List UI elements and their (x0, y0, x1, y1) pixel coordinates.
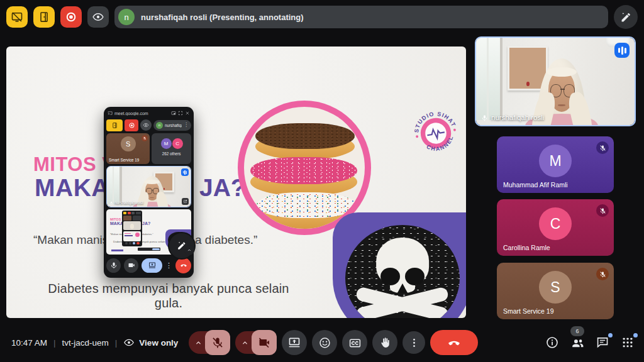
clock: 10:47 AM (11, 338, 47, 348)
door-icon (111, 122, 118, 129)
record-icon (65, 11, 77, 23)
muted-badge (596, 204, 609, 217)
mic-off-icon (599, 145, 606, 151)
pip-menu-dots[interactable]: ⋮ (184, 123, 189, 128)
pip-end-call-button[interactable] (175, 258, 191, 273)
mini-video (123, 221, 141, 230)
meeting-info: 10:47 AM | tvt-jacd-uem | View only (11, 337, 178, 348)
pip-self-video-tile[interactable]: nurshafiqah rosli (106, 166, 191, 207)
chevron-up-icon (241, 339, 249, 347)
video-name-text: nurshafiqah rosli (114, 200, 143, 205)
separator: | (53, 338, 56, 348)
sugar-skull-panel (333, 212, 466, 318)
stop-presenting-button[interactable] (6, 6, 28, 28)
pip-more-options-button[interactable]: ⋮ (165, 262, 172, 269)
camera-control (235, 330, 277, 355)
sugar-skull-photo (345, 225, 460, 318)
grid-icon (621, 336, 635, 349)
activities-button[interactable] (620, 335, 635, 350)
more-options-button[interactable] (402, 331, 425, 354)
pencil-icon (620, 11, 632, 23)
pip-meet-window[interactable]: meet.google.com n nurshafiqa... ⋮ S Smar… (104, 107, 194, 278)
present-icon (288, 336, 301, 349)
pip-url: meet.google.com (114, 111, 169, 116)
annotation-fab-expander[interactable] (184, 245, 194, 255)
mic-off-icon (599, 271, 606, 278)
pip-tile-smart-service[interactable]: S Smart Service 19 (106, 133, 150, 164)
record-button[interactable] (60, 6, 82, 28)
mini-yellow-button (123, 212, 126, 214)
meeting-code: tvt-jacd-uem (62, 338, 109, 348)
pip-camera-button[interactable] (124, 258, 138, 273)
pip-leave-room-button[interactable] (106, 119, 123, 131)
self-name-label: nurshafiqah rosli (481, 114, 544, 121)
pip-participant-tiles: S Smart Service 19 M C 262 others (106, 133, 191, 164)
donut-frosting (257, 192, 356, 218)
present-button[interactable] (282, 330, 307, 355)
chat-icon (596, 336, 609, 349)
panel-buttons: 6 (545, 335, 635, 350)
chat-panel-button[interactable] (595, 335, 610, 350)
eye-icon (143, 122, 149, 128)
presenter-banner: n nurshafiqah rosli (Presenting, annotat… (114, 6, 608, 28)
avatar: S (539, 271, 572, 304)
slide-quote-left: “Makan manis (33, 233, 108, 247)
pip-toolbar: n nurshafiqa... ⋮ (106, 119, 191, 131)
eye-icon (92, 11, 104, 23)
expand-icon[interactable] (178, 111, 183, 116)
self-video-tile[interactable]: nurshafiqah rosli (475, 36, 636, 126)
close-icon[interactable] (185, 111, 190, 116)
end-call-button[interactable] (430, 330, 478, 355)
pip-presenter-name: nurshafiqa... (165, 123, 182, 128)
captions-icon (348, 336, 362, 349)
mini-gray-button (131, 212, 135, 214)
slide-quote-right: a diabetes.” (195, 233, 257, 247)
share-screen-badge (182, 198, 189, 205)
captions-button[interactable] (342, 330, 367, 355)
muted-badge (596, 141, 609, 154)
camera-off-button[interactable] (252, 330, 277, 355)
participant-tile[interactable]: C Carollina Ramle (497, 199, 614, 256)
mic-off-icon (143, 136, 147, 140)
chat-notification-dot (608, 333, 613, 337)
pip-mic-button[interactable] (106, 258, 121, 273)
participant-tile[interactable]: S Smart Service 19 (497, 263, 614, 319)
audio-activity-badge (614, 43, 630, 58)
video-scene (476, 38, 635, 125)
record-icon (128, 122, 135, 129)
pip-presenter-avatar: n (156, 122, 163, 129)
dots-vertical-icon (408, 337, 420, 349)
logo-dot-left (416, 135, 419, 138)
visibility-button[interactable] (87, 6, 109, 28)
annotate-toggle-button[interactable] (614, 5, 638, 29)
reactions-button[interactable] (312, 330, 337, 355)
audio-activity-badge (181, 168, 189, 176)
meeting-details-button[interactable] (545, 335, 560, 350)
smiley-icon (318, 336, 331, 349)
share-icon (183, 199, 187, 204)
video-name-label: nurshafiqah rosli (109, 200, 143, 205)
camera-off-icon (258, 336, 270, 349)
pip-mode-icon[interactable] (171, 111, 176, 116)
mini-share-toast (138, 248, 160, 251)
mic-icon (481, 114, 488, 121)
presenter-banner-label: nurshafiqah rosli (Presenting, annotatin… (141, 13, 304, 22)
screen-off-icon (11, 11, 23, 23)
pip-visibility-button[interactable] (140, 119, 152, 131)
pip-share-screen-button[interactable] (142, 258, 162, 273)
mini-red-button (128, 212, 131, 214)
mic-muted-button[interactable] (205, 330, 230, 355)
chevron-up-icon (187, 248, 192, 253)
people-panel-button[interactable]: 6 (570, 335, 585, 350)
pip-record-button[interactable] (125, 119, 138, 131)
pip-tile-others[interactable]: M C 262 others (152, 133, 191, 164)
skull-eye (405, 268, 425, 286)
glasses-bridge (152, 190, 154, 190)
mini-pill (136, 212, 142, 214)
phone-down-icon (180, 261, 187, 269)
muted-badge (596, 268, 609, 280)
view-only-label: View only (123, 337, 178, 348)
leave-room-button[interactable] (33, 6, 55, 28)
raise-hand-button[interactable] (372, 330, 397, 355)
participant-tile[interactable]: M Muhammad Afif Ramli (497, 136, 614, 193)
